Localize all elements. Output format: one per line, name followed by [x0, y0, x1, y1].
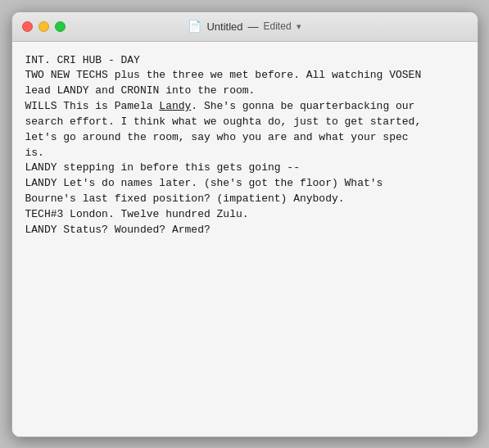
- edited-badge: Edited: [264, 20, 292, 32]
- minimize-button[interactable]: [38, 21, 49, 32]
- traffic-lights: [22, 21, 66, 32]
- document-icon: 📄: [188, 20, 201, 33]
- screenplay-text[interactable]: INT. CRI HUB - DAY TWO NEW TECHS plus th…: [25, 53, 464, 238]
- content-area[interactable]: INT. CRI HUB - DAY TWO NEW TECHS plus th…: [12, 42, 478, 437]
- chevron-down-icon[interactable]: ▾: [297, 21, 301, 32]
- app-window: 📄 Untitled — Edited ▾ INT. CRI HUB - DAY…: [11, 11, 478, 437]
- close-button[interactable]: [22, 21, 33, 32]
- maximize-button[interactable]: [55, 21, 66, 32]
- title-separator: —: [248, 20, 259, 33]
- window-title-group: 📄 Untitled — Edited ▾: [188, 20, 301, 33]
- title-bar: 📄 Untitled — Edited ▾: [12, 12, 478, 42]
- underline-landy: Landy: [159, 100, 191, 112]
- window-title: Untitled: [206, 20, 242, 33]
